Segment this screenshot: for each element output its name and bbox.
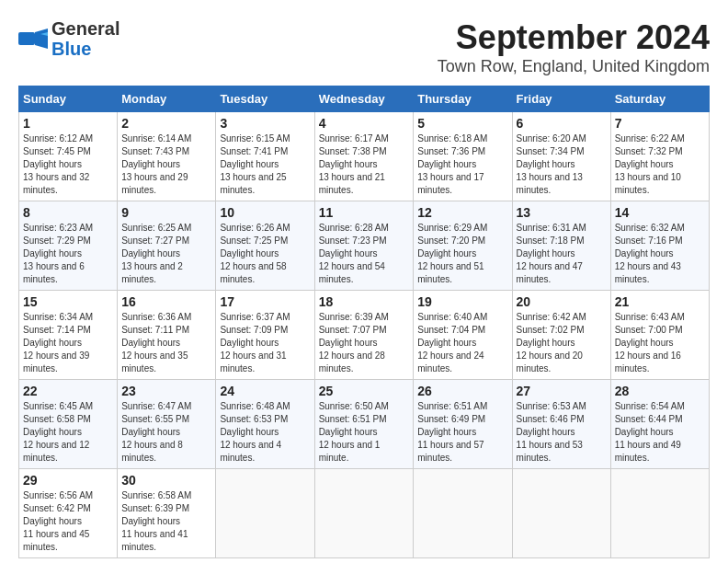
day-number: 5 [417,116,507,131]
calendar-cell: 28 Sunrise: 6:54 AMSunset: 6:44 PMDaylig… [610,380,709,469]
day-detail: Sunrise: 6:12 AMSunset: 7:45 PMDaylight … [23,132,113,197]
calendar-cell: 1 Sunrise: 6:12 AMSunset: 7:45 PMDayligh… [19,112,118,201]
header-sunday: Sunday [19,86,118,112]
day-detail: Sunrise: 6:14 AMSunset: 7:43 PMDaylight … [121,132,211,197]
day-number: 16 [121,294,211,309]
calendar-cell: 20 Sunrise: 6:42 AMSunset: 7:02 PMDaylig… [512,291,610,380]
day-detail: Sunrise: 6:40 AMSunset: 7:04 PMDaylight … [417,311,507,375]
day-detail: Sunrise: 6:29 AMSunset: 7:20 PMDaylight … [417,222,507,286]
day-number: 8 [23,205,113,220]
calendar-cell: 11 Sunrise: 6:28 AMSunset: 7:23 PMDaylig… [314,201,414,291]
calendar-cell: 16 Sunrise: 6:36 AMSunset: 7:11 PMDaylig… [118,291,216,380]
header-tuesday: Tuesday [216,86,314,112]
calendar-cell: 30 Sunrise: 6:58 AMSunset: 6:39 PMDaylig… [118,469,216,558]
day-number: 23 [121,384,211,398]
day-number: 1 [23,116,113,131]
day-number: 6 [517,116,607,131]
calendar-cell [314,469,414,558]
calendar-cell: 26 Sunrise: 6:51 AMSunset: 6:49 PMDaylig… [414,380,512,469]
day-detail: Sunrise: 6:48 AMSunset: 6:53 PMDaylight … [220,400,310,465]
day-number: 28 [615,384,705,398]
day-number: 24 [220,384,310,398]
calendar-cell: 21 Sunrise: 6:43 AMSunset: 7:00 PMDaylig… [610,291,709,380]
calendar-cell: 6 Sunrise: 6:20 AMSunset: 7:34 PMDayligh… [512,112,610,201]
calendar-cell: 9 Sunrise: 6:25 AMSunset: 7:27 PMDayligh… [118,201,216,291]
day-detail: Sunrise: 6:22 AMSunset: 7:32 PMDaylight … [615,132,705,197]
day-number: 12 [417,205,507,220]
page-subtitle: Town Row, England, United Kingdom [438,57,710,76]
day-number: 14 [615,205,705,220]
day-detail: Sunrise: 6:53 AMSunset: 6:46 PMDaylight … [517,400,607,465]
day-detail: Sunrise: 6:25 AMSunset: 7:27 PMDaylight … [121,222,211,286]
calendar-cell: 14 Sunrise: 6:32 AMSunset: 7:16 PMDaylig… [610,201,709,291]
page-header: General Blue September 2024 Town Row, En… [18,18,710,76]
calendar-cell: 4 Sunrise: 6:17 AMSunset: 7:38 PMDayligh… [314,112,414,201]
calendar-cell: 3 Sunrise: 6:15 AMSunset: 7:41 PMDayligh… [216,112,314,201]
calendar-cell: 27 Sunrise: 6:53 AMSunset: 6:46 PMDaylig… [512,380,610,469]
day-number: 4 [319,116,410,131]
calendar-cell: 22 Sunrise: 6:45 AMSunset: 6:58 PMDaylig… [19,380,118,469]
calendar-cell: 2 Sunrise: 6:14 AMSunset: 7:43 PMDayligh… [118,112,216,201]
week-row-3: 15 Sunrise: 6:34 AMSunset: 7:14 PMDaylig… [19,291,710,380]
week-row-5: 29 Sunrise: 6:56 AMSunset: 6:42 PMDaylig… [19,469,710,558]
day-detail: Sunrise: 6:26 AMSunset: 7:25 PMDaylight … [220,222,310,286]
header-saturday: Saturday [610,86,709,112]
calendar-cell: 25 Sunrise: 6:50 AMSunset: 6:51 PMDaylig… [314,380,414,469]
day-detail: Sunrise: 6:37 AMSunset: 7:09 PMDaylight … [220,311,310,375]
header-thursday: Thursday [414,86,512,112]
calendar-cell [216,469,314,558]
page-title: September 2024 [438,18,710,57]
calendar-cell [512,469,610,558]
week-row-4: 22 Sunrise: 6:45 AMSunset: 6:58 PMDaylig… [19,380,710,469]
day-number: 3 [220,116,310,131]
day-number: 18 [319,294,410,309]
day-number: 7 [615,116,705,131]
day-number: 9 [121,205,211,220]
day-number: 10 [220,205,310,220]
calendar-cell: 15 Sunrise: 6:34 AMSunset: 7:14 PMDaylig… [19,291,118,380]
day-detail: Sunrise: 6:58 AMSunset: 6:39 PMDaylight … [121,489,211,554]
calendar-header-row: SundayMondayTuesdayWednesdayThursdayFrid… [19,86,710,112]
day-number: 25 [319,384,410,398]
day-number: 26 [417,384,507,398]
day-number: 17 [220,294,310,309]
calendar-cell: 7 Sunrise: 6:22 AMSunset: 7:32 PMDayligh… [610,112,709,201]
calendar-cell: 13 Sunrise: 6:31 AMSunset: 7:18 PMDaylig… [512,201,610,291]
logo-icon [18,29,48,49]
calendar-cell [414,469,512,558]
calendar-body: 1 Sunrise: 6:12 AMSunset: 7:45 PMDayligh… [19,112,710,558]
day-detail: Sunrise: 6:15 AMSunset: 7:41 PMDaylight … [220,132,310,197]
calendar-cell: 10 Sunrise: 6:26 AMSunset: 7:25 PMDaylig… [216,201,314,291]
day-detail: Sunrise: 6:17 AMSunset: 7:38 PMDaylight … [319,132,410,197]
calendar-cell: 29 Sunrise: 6:56 AMSunset: 6:42 PMDaylig… [19,469,118,558]
day-detail: Sunrise: 6:51 AMSunset: 6:49 PMDaylight … [417,400,507,465]
svg-marker-1 [35,29,48,49]
header-monday: Monday [118,86,216,112]
week-row-1: 1 Sunrise: 6:12 AMSunset: 7:45 PMDayligh… [19,112,710,201]
day-detail: Sunrise: 6:18 AMSunset: 7:36 PMDaylight … [417,132,507,197]
calendar-table: SundayMondayTuesdayWednesdayThursdayFrid… [18,86,710,558]
day-detail: Sunrise: 6:34 AMSunset: 7:14 PMDaylight … [23,311,113,375]
header-friday: Friday [512,86,610,112]
svg-rect-0 [18,32,35,45]
day-detail: Sunrise: 6:32 AMSunset: 7:16 PMDaylight … [615,222,705,286]
day-detail: Sunrise: 6:23 AMSunset: 7:29 PMDaylight … [23,222,113,286]
day-number: 22 [23,384,113,398]
day-detail: Sunrise: 6:45 AMSunset: 6:58 PMDaylight … [23,400,113,465]
day-number: 20 [517,294,607,309]
logo-text: Blue [51,39,119,59]
day-detail: Sunrise: 6:20 AMSunset: 7:34 PMDaylight … [517,132,607,197]
day-detail: Sunrise: 6:39 AMSunset: 7:07 PMDaylight … [319,311,410,375]
week-row-2: 8 Sunrise: 6:23 AMSunset: 7:29 PMDayligh… [19,201,710,291]
day-number: 15 [23,294,113,309]
day-detail: Sunrise: 6:50 AMSunset: 6:51 PMDaylight … [319,400,410,465]
day-detail: Sunrise: 6:42 AMSunset: 7:02 PMDaylight … [517,311,607,375]
day-detail: Sunrise: 6:28 AMSunset: 7:23 PMDaylight … [319,222,410,286]
title-area: September 2024 Town Row, England, United… [438,18,710,76]
calendar-cell [610,469,709,558]
day-number: 2 [121,116,211,131]
day-number: 19 [417,294,507,309]
header-wednesday: Wednesday [314,86,414,112]
day-number: 30 [121,473,211,488]
day-number: 11 [319,205,410,220]
